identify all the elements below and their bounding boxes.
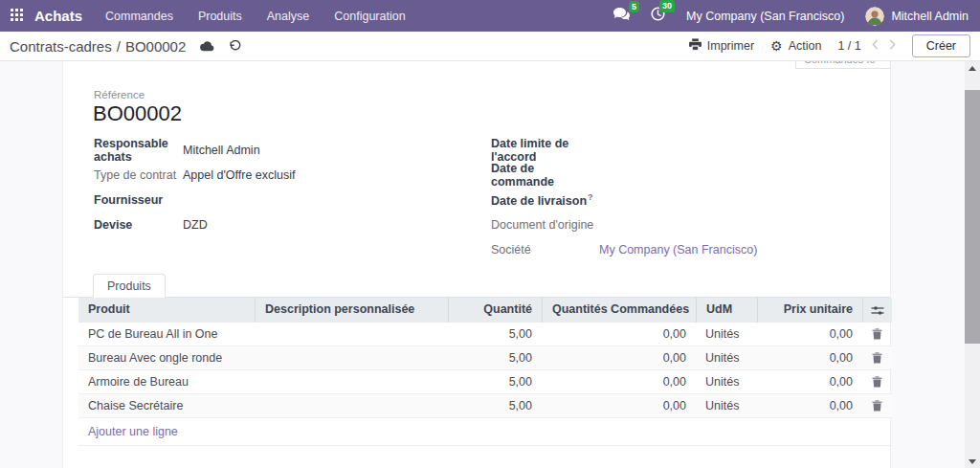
cell-uom[interactable]: Unités (696, 346, 757, 369)
cell-unit-price[interactable]: 0,00 (757, 394, 862, 417)
activities-button[interactable]: 30 (651, 7, 665, 25)
save-cloud-icon[interactable] (200, 40, 214, 52)
clipped-smart-button-label: Commandes fo (796, 61, 890, 65)
field-label: Document d'origine (491, 218, 599, 232)
company-field[interactable]: My Company (San Francisco) (599, 243, 757, 256)
breadcrumb: Contrats-cadres / BO00002 (10, 38, 186, 55)
control-panel: Contrats-cadres / BO00002 Imprimer ⚙ Act… (0, 32, 980, 61)
cell-ordered-qty[interactable]: 0,00 (542, 394, 696, 417)
scroll-down-arrow[interactable] (965, 455, 980, 468)
printer-icon (689, 38, 702, 54)
field-document-origine: Document d'origine (491, 212, 893, 237)
cell-description[interactable] (255, 346, 448, 369)
tab-produits[interactable]: Produits (93, 274, 166, 298)
products-table: Produit Description personnalisée Quanti… (78, 298, 892, 446)
print-label: Imprimer (707, 39, 754, 53)
field-societe: Société My Company (San Francisco) (491, 237, 893, 262)
action-label: Action (789, 39, 822, 53)
scroll-up-arrow[interactable] (965, 61, 980, 75)
form-sheet: Commandes fo Référence BO00002 Responsab… (62, 61, 891, 468)
breadcrumb-parent-link[interactable]: Contrats-cadres (10, 38, 112, 55)
user-avatar (865, 7, 884, 26)
breadcrumb-separator: / (117, 38, 121, 55)
app-name[interactable]: Achats (34, 8, 82, 24)
cell-product[interactable]: Chaise Secrétaire (78, 394, 255, 417)
field-label: Société (491, 243, 599, 256)
pager-previous-button[interactable] (872, 39, 879, 53)
menu-configuration[interactable]: Configuration (334, 10, 405, 23)
cell-product[interactable]: PC de Bureau All in One (78, 323, 255, 345)
menu-analyse[interactable]: Analyse (267, 10, 309, 23)
delete-row-icon[interactable] (872, 400, 882, 412)
cell-quantity[interactable]: 5,00 (448, 346, 542, 369)
discard-rotate-ccw-icon[interactable] (229, 40, 241, 53)
cell-ordered-qty[interactable]: 0,00 (542, 370, 696, 393)
scrollbar-thumb[interactable] (965, 90, 980, 344)
cell-uom[interactable]: Unités (696, 323, 757, 345)
action-button[interactable]: ⚙ Action (770, 39, 821, 53)
buyer-field[interactable]: Mitchell Admin (183, 144, 260, 157)
field-label: Responsable achats (94, 137, 183, 164)
cell-description[interactable] (255, 394, 448, 417)
currency-field[interactable]: DZD (183, 218, 208, 232)
top-navbar: Achats Commandes Produits Analyse Config… (0, 0, 980, 32)
pager-value[interactable]: 1 / 1 (837, 39, 860, 53)
pager-next-button[interactable] (889, 39, 896, 53)
apps-menu-button[interactable] (0, 0, 33, 32)
clipped-smart-button[interactable]: Commandes fo (795, 61, 891, 69)
table-row[interactable]: Chaise Secrétaire 5,00 0,00 Unités 0,00 (78, 394, 892, 418)
cell-quantity[interactable]: 5,00 (448, 394, 542, 417)
field-date-de-livraison: Date de livraison? (491, 188, 893, 212)
field-label: Type de contrat (94, 168, 183, 182)
cell-product[interactable]: Armoire de Bureau (78, 370, 255, 393)
cell-uom[interactable]: Unités (696, 394, 757, 417)
field-date-de-commande: Date de commande (491, 163, 893, 188)
optional-columns-icon[interactable] (871, 305, 884, 316)
chevron-right-icon (889, 39, 896, 53)
field-date-limite: Date limite de l'accord (491, 138, 893, 163)
field-fournisseur: Fournisseur (94, 188, 472, 212)
delete-row-icon[interactable] (872, 352, 882, 364)
main-menu: Commandes Produits Analyse Configuration (105, 10, 406, 23)
print-button[interactable]: Imprimer (689, 38, 754, 54)
field-responsable-achats: Responsable achats Mitchell Admin (94, 138, 472, 163)
header-options-cell (862, 298, 892, 323)
control-panel-actions: Imprimer ⚙ Action 1 / 1 Créer (689, 34, 970, 57)
menu-commandes[interactable]: Commandes (105, 10, 173, 23)
agreement-type-field[interactable]: Appel d'Offre exclusif (183, 168, 296, 182)
activities-count-badge: 30 (659, 0, 675, 12)
delete-row-icon[interactable] (872, 328, 882, 340)
cell-description[interactable] (255, 323, 448, 345)
cell-description[interactable] (255, 370, 448, 393)
delete-row-icon[interactable] (872, 376, 882, 388)
cell-ordered-qty[interactable]: 0,00 (542, 323, 696, 345)
messages-count-badge: 5 (629, 1, 639, 13)
create-button[interactable]: Créer (912, 34, 970, 57)
user-name: Mitchell Admin (891, 10, 969, 23)
cell-unit-price[interactable]: 0,00 (757, 370, 862, 393)
user-menu[interactable]: Mitchell Admin (865, 7, 969, 26)
cell-ordered-qty[interactable]: 0,00 (542, 346, 696, 369)
table-row[interactable]: Armoire de Bureau 5,00 0,00 Unités 0,00 (78, 370, 892, 394)
chevron-left-icon (872, 39, 879, 53)
field-label: Date limite de l'accord (491, 137, 599, 164)
reference-label: Référence (94, 89, 145, 100)
header-prix-unitaire: Prix unitaire (757, 298, 862, 323)
add-line-link[interactable]: Ajouter une ligne (78, 418, 188, 445)
cell-uom[interactable]: Unités (696, 370, 757, 393)
menu-produits[interactable]: Produits (198, 10, 242, 23)
reference-field[interactable]: BO00002 (93, 101, 182, 126)
cell-quantity[interactable]: 5,00 (448, 323, 542, 345)
apps-grid-icon (11, 8, 23, 25)
form-view: Commandes fo Référence BO00002 Responsab… (0, 61, 965, 468)
cell-unit-price[interactable]: 0,00 (757, 346, 862, 369)
cell-quantity[interactable]: 5,00 (448, 370, 542, 393)
table-row[interactable]: Bureau Avec ongle ronde 5,00 0,00 Unités… (78, 346, 892, 370)
navbar-right: 5 30 My Company (San Francisco) Mitchell… (613, 7, 980, 26)
messages-button[interactable]: 5 (613, 8, 630, 25)
company-switcher[interactable]: My Company (San Francisco) (686, 10, 844, 23)
table-header-row: Produit Description personnalisée Quanti… (78, 298, 892, 323)
cell-product[interactable]: Bureau Avec ongle ronde (78, 346, 255, 369)
cell-unit-price[interactable]: 0,00 (757, 323, 862, 345)
table-row[interactable]: PC de Bureau All in One 5,00 0,00 Unités… (78, 323, 892, 346)
